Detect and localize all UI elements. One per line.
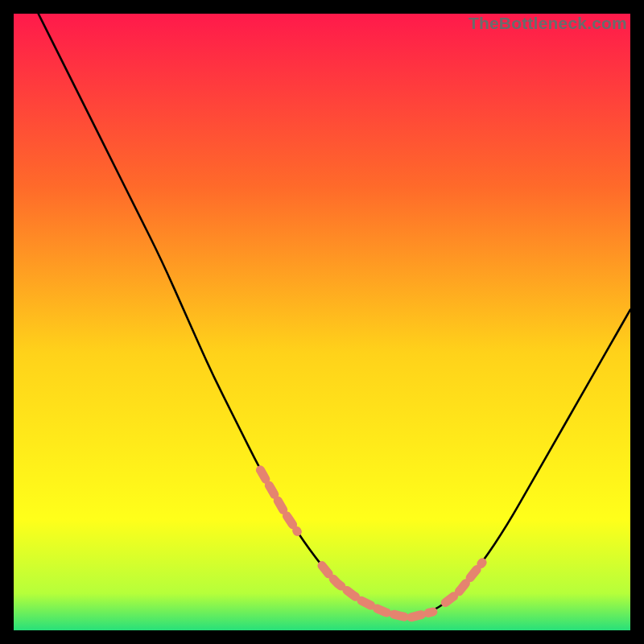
chart-frame: TheBottleneck.com <box>14 14 630 630</box>
bottleneck-chart <box>14 14 630 630</box>
watermark-text: TheBottleneck.com <box>469 14 627 33</box>
gradient-background <box>14 14 630 630</box>
